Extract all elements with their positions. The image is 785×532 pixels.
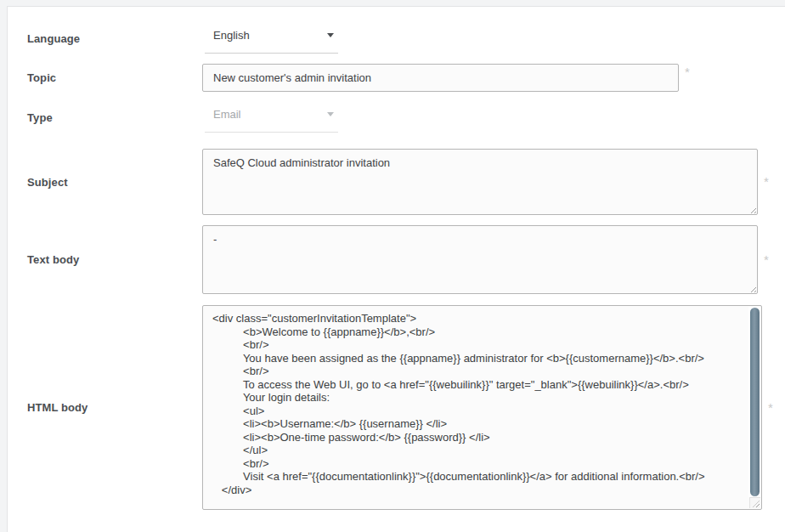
required-asterisk: * bbox=[768, 404, 773, 412]
type-select: Email bbox=[205, 104, 338, 133]
required-asterisk: * bbox=[764, 256, 769, 264]
subject-field-wrapper: SafeQ Cloud administrator invitation bbox=[202, 149, 758, 215]
dropdown-arrow-icon bbox=[327, 33, 334, 37]
language-select[interactable]: English bbox=[205, 25, 338, 54]
html-body-editor[interactable]: <div class="customerInvitationTemplate">… bbox=[202, 305, 762, 510]
resize-handle-icon[interactable] bbox=[753, 501, 760, 507]
editor-scrollbar-track[interactable] bbox=[748, 307, 760, 497]
text-body-row: Text body - * bbox=[27, 225, 785, 294]
type-label: Type bbox=[27, 104, 202, 124]
language-label: Language bbox=[27, 25, 202, 45]
topic-input[interactable] bbox=[202, 64, 679, 92]
subject-row: Subject SafeQ Cloud administrator invita… bbox=[27, 149, 785, 215]
dropdown-arrow-icon bbox=[327, 112, 334, 116]
required-asterisk: * bbox=[764, 178, 769, 186]
subject-textarea[interactable]: SafeQ Cloud administrator invitation bbox=[202, 149, 758, 215]
html-body-label: HTML body bbox=[27, 401, 202, 414]
type-row: Type Email bbox=[27, 104, 785, 133]
language-select-inner: English bbox=[213, 26, 334, 43]
text-body-field-wrapper: - bbox=[202, 225, 758, 294]
text-body-label: Text body bbox=[27, 253, 202, 266]
html-body-row: HTML body <div class="customerInvitation… bbox=[27, 305, 785, 510]
subject-label: Subject bbox=[27, 176, 202, 189]
editor-resize-corner bbox=[749, 497, 760, 508]
topic-row: Topic * bbox=[27, 64, 785, 92]
topic-label: Topic bbox=[27, 71, 202, 84]
type-select-value: Email bbox=[213, 108, 241, 121]
html-body-code[interactable]: <div class="customerInvitationTemplate">… bbox=[203, 306, 748, 509]
text-body-textarea[interactable]: - bbox=[202, 225, 758, 294]
language-row: Language English bbox=[27, 25, 785, 54]
template-edit-panel: Language English Topic * Type Email Subj… bbox=[7, 6, 785, 532]
type-select-inner: Email bbox=[213, 105, 334, 122]
editor-scrollbar-thumb[interactable] bbox=[750, 308, 760, 496]
required-asterisk: * bbox=[685, 68, 690, 76]
language-select-value: English bbox=[213, 29, 250, 42]
